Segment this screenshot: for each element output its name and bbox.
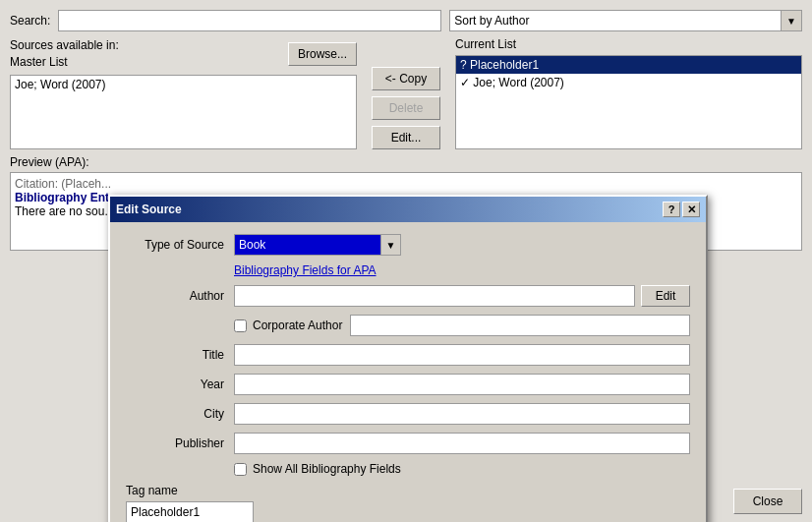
corporate-author-checkbox[interactable] <box>234 319 247 332</box>
publisher-input[interactable] <box>234 433 690 454</box>
author-input[interactable] <box>234 285 635 307</box>
show-all-row: Show All Bibliography Fields <box>234 462 690 476</box>
edit-source-dialog: Edit Source ? ✕ Type of Source Book ▼ <box>108 195 708 522</box>
title-label: Title <box>126 348 224 362</box>
year-label: Year <box>126 377 224 391</box>
modal-help-button[interactable]: ? <box>663 202 680 217</box>
type-select-wrapper: Book ▼ <box>234 234 690 256</box>
main-panel: Search: Sort by Author ▼ Sources availab… <box>0 0 812 522</box>
tag-name-label: Tag name <box>126 484 690 497</box>
type-select-arrow-icon[interactable]: ▼ <box>381 234 401 256</box>
city-row: City <box>126 403 690 425</box>
show-all-label: Show All Bibliography Fields <box>253 462 401 476</box>
tag-section: Tag name <box>126 484 690 522</box>
tag-name-input[interactable] <box>126 501 254 522</box>
type-of-source-row: Type of Source Book ▼ <box>126 234 690 256</box>
author-row: Author Edit <box>126 285 690 307</box>
corporate-author-row: Corporate Author <box>234 315 690 336</box>
type-of-source-label: Type of Source <box>126 238 224 252</box>
year-input[interactable] <box>234 374 690 395</box>
bibliography-link[interactable]: Bibliography Fields for APA <box>234 263 690 277</box>
publisher-row: Publisher <box>126 433 690 454</box>
show-all-checkbox[interactable] <box>234 463 247 476</box>
type-select[interactable]: Book <box>234 234 381 256</box>
modal-content: Type of Source Book ▼ Bibliography Field… <box>110 222 706 522</box>
corporate-author-input[interactable] <box>350 315 690 336</box>
modal-title-buttons: ? ✕ <box>663 202 700 217</box>
city-input[interactable] <box>234 403 690 425</box>
modal-close-button[interactable]: ✕ <box>682 202 700 217</box>
year-row: Year <box>126 374 690 395</box>
title-input[interactable] <box>234 344 690 366</box>
title-row: Title <box>126 344 690 366</box>
corporate-author-label: Corporate Author <box>253 319 342 332</box>
modal-titlebar: Edit Source ? ✕ <box>110 197 706 222</box>
modal-overlay: Edit Source ? ✕ Type of Source Book ▼ <box>0 0 812 522</box>
author-label: Author <box>126 289 224 303</box>
city-label: City <box>126 407 224 421</box>
publisher-label: Publisher <box>126 436 224 450</box>
edit-author-button[interactable]: Edit <box>641 285 690 307</box>
modal-title: Edit Source <box>116 203 182 216</box>
